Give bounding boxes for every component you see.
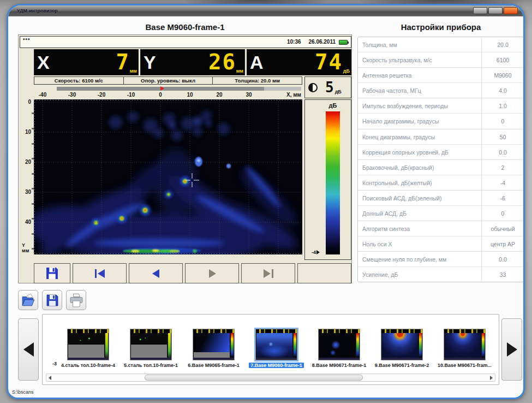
print-icon: [69, 293, 83, 307]
scan-thumbnail[interactable]: [318, 329, 360, 360]
window-titlebar[interactable]: УДМ-интровизор: [8, 5, 523, 16]
close-button[interactable]: [504, 7, 518, 14]
first-frame-button[interactable]: [73, 263, 127, 283]
scan-thumbnail[interactable]: [130, 329, 172, 360]
scrollbar-left-arrow-icon[interactable]: [49, 376, 51, 380]
filmstrip-item[interactable]: 7.Base M9060-frame-1: [245, 329, 308, 368]
scan-thumbnail[interactable]: [255, 329, 297, 360]
settings-row-label: Смещение нуля по глубине, мм: [358, 252, 481, 266]
thumb-footer: [193, 358, 234, 360]
readout-a-value: 74: [315, 50, 343, 75]
thumb-scan-image: [445, 333, 481, 358]
settings-row-label: Антенная решетка: [358, 68, 481, 82]
filmstrip-scroll-left-button[interactable]: [18, 318, 39, 381]
thumb-scan-image: [194, 333, 230, 358]
frame-navigation: [34, 263, 351, 283]
minimize-button[interactable]: [473, 7, 487, 14]
settings-row: Антенная решеткаM9060: [358, 68, 524, 83]
y-axis-tick: 40: [20, 219, 31, 225]
colorbar-panel: дБ -4: [304, 99, 351, 260]
settings-row: Алгоритм синтезаобычный: [358, 221, 524, 236]
y-axis-tick: 0: [20, 99, 31, 105]
filmstrip-item-label[interactable]: 4.сталь тол.10-frame-4: [61, 363, 115, 368]
scan-thumbnail[interactable]: [67, 329, 109, 360]
next-frame-button[interactable]: [185, 263, 239, 283]
device-statusbar: *** 10:36 26.06.2011: [20, 36, 351, 48]
y-axis-label: Y мм: [22, 242, 29, 253]
settings-row-value: центр АР: [481, 236, 524, 251]
settings-row-label: Ноль оси X: [358, 236, 481, 251]
x-axis-tick: 10: [182, 92, 198, 98]
thumb-colorbar: [294, 333, 296, 358]
settings-row-value: 0: [481, 114, 524, 128]
filmstrip-item[interactable]: 9.Base M90671-frame-2: [370, 329, 433, 368]
colorbar-threshold-marker: -4: [312, 250, 320, 255]
settings-row-label: Скорость ультразвука, м/с: [358, 52, 481, 67]
scan-thumbnail[interactable]: [444, 329, 486, 360]
settings-row: Донный АСД, дБ0: [358, 206, 524, 221]
scrollbar-thumb[interactable]: [145, 375, 363, 381]
save-file-button[interactable]: [42, 290, 62, 310]
arrow-right-icon: [507, 342, 517, 357]
contrast-control: 5 дБ: [304, 76, 351, 98]
settings-row-value: M9060: [481, 68, 524, 82]
last-frame-button[interactable]: [241, 263, 295, 283]
arrow-left-icon: [23, 342, 34, 357]
settings-row: Скорость ультразвука, м/с6100: [358, 52, 524, 68]
save-frame-button[interactable]: [34, 263, 70, 283]
next-frame-icon: [206, 268, 219, 279]
filmstrip-scrollbar[interactable]: [46, 374, 495, 382]
filmstrip-item-label[interactable]: 8.Base M90671-frame-1: [312, 363, 367, 368]
contrast-icon: [308, 83, 318, 92]
filmstrip-item[interactable]: 6.Base M9065-frame-1: [182, 329, 245, 368]
filmstrip-clipped-label: -3: [44, 361, 57, 368]
device-date: 26.06.2011: [309, 39, 336, 45]
thumb-footer: [68, 358, 109, 360]
filmstrip-items: -3 4.сталь тол.10-frame-45.сталь тол.10-…: [44, 318, 498, 368]
x-axis: -40-30-20-100102030 X, мм: [34, 92, 302, 99]
settings-row-value: 20.0: [481, 37, 524, 52]
filmstrip-item-label[interactable]: 6.Base M9065-frame-1: [188, 363, 240, 368]
filmstrip-item-label[interactable]: 5.сталь тол.10-frame-1: [124, 363, 178, 368]
scrollbar-right-arrow-icon[interactable]: [490, 376, 493, 380]
readout-x-unit: мм: [130, 68, 137, 74]
prev-frame-icon: [150, 268, 163, 279]
settings-row-label: Толщина, мм: [358, 37, 481, 52]
settings-row-label: Поисковый АСД, дБ(зеленый): [358, 191, 481, 205]
scan-thumbnail[interactable]: [193, 329, 235, 360]
settings-row: Усиление, дБ33: [358, 267, 524, 282]
maximize-button[interactable]: [488, 7, 503, 14]
settings-row-label: Контрольный, дБ(желтый): [358, 175, 481, 190]
thumb-footer: [381, 358, 422, 360]
thumb-scan-image: [319, 333, 355, 358]
filmstrip-item[interactable]: 8.Base M90671-frame-1: [308, 329, 370, 368]
filmstrip-item-label[interactable]: 9.Base M90671-frame-2: [375, 363, 429, 368]
x-axis-tick: 30: [241, 92, 257, 98]
settings-row-value: 2: [481, 160, 524, 175]
thumb-colorbar: [168, 333, 171, 358]
y-axis: 010203040 Y мм: [20, 99, 34, 254]
thumb-footer: [444, 358, 485, 360]
open-file-button[interactable]: [18, 290, 38, 310]
filmstrip-item[interactable]: 10.Base M90671-fram...: [433, 329, 496, 368]
print-button[interactable]: [66, 290, 86, 310]
bscan-image[interactable]: [34, 99, 302, 254]
thumb-scan-image: [382, 333, 418, 358]
settings-row-label: Импульс возбуждения, периоды: [358, 98, 481, 113]
filmstrip-item[interactable]: 4.сталь тол.10-frame-4: [57, 329, 119, 368]
blank-button: [297, 263, 351, 283]
thumb-header: [444, 329, 485, 333]
thumb-colorbar: [419, 333, 422, 358]
marker-arrow-icon: [316, 250, 320, 254]
prev-frame-button[interactable]: [129, 263, 183, 283]
contrast-value: 5: [325, 79, 334, 96]
settings-row-value: обычный: [481, 221, 524, 236]
slider-marker-icon[interactable]: [160, 86, 164, 91]
filmstrip-item[interactable]: 5.сталь тол.10-frame-1: [119, 329, 182, 368]
filmstrip-item-label[interactable]: 10.Base M90671-fram...: [438, 363, 492, 368]
filmstrip-item-label[interactable]: 7.Base M9060-frame-1: [249, 363, 304, 368]
position-slider[interactable]: [34, 86, 302, 92]
x-axis-tick: -10: [123, 92, 139, 98]
filmstrip-scroll-right-button[interactable]: [501, 318, 522, 381]
scan-thumbnail[interactable]: [381, 329, 423, 360]
